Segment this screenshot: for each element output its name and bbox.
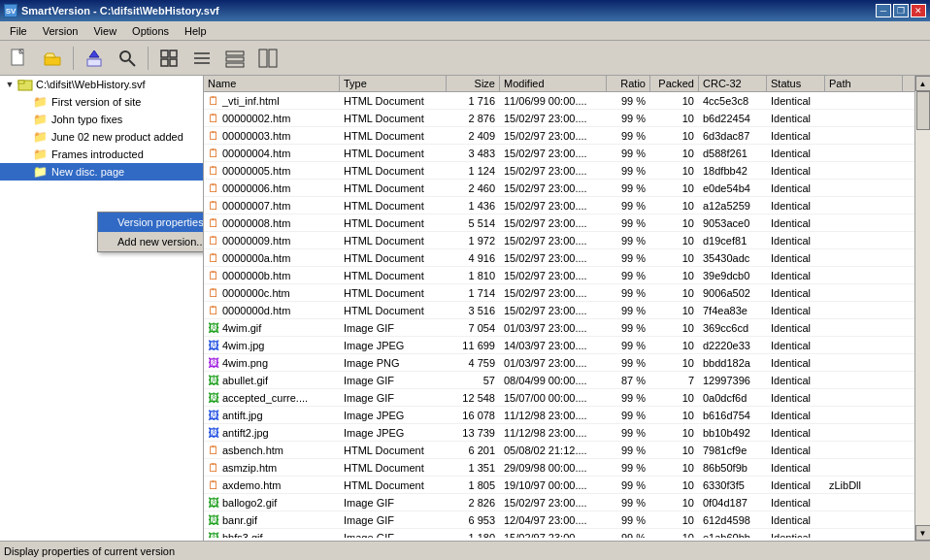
compare-button[interactable] [112, 44, 143, 73]
col-type[interactable]: Type [340, 76, 447, 91]
table-row[interactable]: 🗒 asmzip.htm HTML Document 1 351 29/09/9… [204, 459, 914, 477]
file-packed-20: 10 [650, 444, 699, 457]
table-row[interactable]: 🖼 abullet.gif Image GIF 57 08/04/99 00:0… [204, 372, 914, 389]
file-type-16: Image GIF [340, 374, 447, 387]
file-status-25: Identical [767, 531, 825, 539]
svg-rect-14 [226, 51, 244, 55]
panel-button[interactable] [252, 44, 283, 73]
file-icon-16: 🖼 [208, 374, 219, 387]
table-row[interactable]: 🖼 ballogo2.gif Image GIF 2 826 15/02/97 … [204, 494, 914, 511]
col-modified[interactable]: Modified [500, 76, 607, 91]
table-row[interactable]: 🗒 0000000b.htm HTML Document 1 810 15/02… [204, 267, 914, 284]
file-ratio-4: 99 % [607, 164, 650, 178]
table-row[interactable]: 🗒 asbench.htm HTML Document 6 201 05/08/… [204, 442, 914, 459]
file-packed-16: 7 [650, 374, 699, 387]
file-crc32-24: 612d4598 [699, 513, 767, 527]
table-row[interactable]: 🗒 0000000c.htm HTML Document 1 714 15/02… [204, 284, 914, 302]
file-crc32-11: 9006a502 [699, 286, 767, 300]
tree-item-3-label: June 02 new product added [51, 131, 183, 143]
menu-version[interactable]: Version [35, 23, 86, 39]
table-row[interactable]: 🖼 antift2.jpg Image JPEG 13 739 11/12/98… [204, 424, 914, 442]
tree-item-4[interactable]: 📁 Frames introducted [0, 146, 203, 163]
grid-view-button[interactable] [153, 44, 184, 73]
table-row[interactable]: 🗒 00000007.htm HTML Document 1 436 15/02… [204, 197, 914, 214]
file-size-23: 2 826 [447, 496, 500, 510]
col-status[interactable]: Status [767, 76, 825, 91]
tree-item-1[interactable]: 📁 First version of site [0, 93, 203, 111]
table-row[interactable]: 🗒 _vti_inf.html HTML Document 1 716 11/0… [204, 92, 914, 110]
toolbar-sep-1 [73, 47, 74, 70]
table-row[interactable]: 🖼 banr.gif Image GIF 6 953 12/04/97 23:0… [204, 511, 914, 529]
file-path-8 [825, 240, 903, 242]
file-type-20: HTML Document [340, 444, 447, 457]
table-row[interactable]: 🖼 4wim.png Image PNG 4 759 01/03/97 23:0… [204, 354, 914, 372]
table-row[interactable]: 🖼 bbfs3.gif Image GIF 1 180 15/02/97 23:… [204, 529, 914, 538]
root-expand-icon[interactable]: ▼ [2, 77, 17, 92]
col-size[interactable]: Size [447, 76, 500, 91]
context-menu-version-props[interactable]: Version properties... [98, 213, 204, 232]
table-row[interactable]: 🖼 4wim.jpg Image JPEG 11 699 14/03/97 23… [204, 337, 914, 354]
file-type-5: HTML Document [340, 181, 447, 195]
tree-item-2[interactable]: 📁 John typo fixes [0, 111, 203, 128]
table-row[interactable]: 🗒 00000005.htm HTML Document 1 124 15/02… [204, 162, 914, 180]
file-size-13: 7 054 [447, 321, 500, 335]
table-row[interactable]: 🗒 00000003.htm HTML Document 2 409 15/02… [204, 127, 914, 145]
minimize-button[interactable]: ─ [876, 4, 891, 17]
file-packed-10: 10 [650, 269, 699, 282]
table-row[interactable]: 🗒 axdemo.htm HTML Document 1 805 19/10/9… [204, 477, 914, 494]
open-button[interactable] [37, 44, 68, 73]
tree-root[interactable]: ▼ C:\difsit\WebHistory.svf [0, 76, 203, 93]
file-icon-0: 🗒 [208, 94, 219, 108]
menu-options[interactable]: Options [124, 23, 177, 39]
col-name[interactable]: Name [204, 76, 340, 91]
menu-view[interactable]: View [85, 23, 124, 39]
scroll-thumb[interactable] [916, 91, 930, 130]
table-row[interactable]: 🗒 00000004.htm HTML Document 3 483 15/02… [204, 145, 914, 162]
col-packed[interactable]: Packed [650, 76, 699, 91]
file-crc32-7: 9053ace0 [699, 216, 767, 230]
tree-item-1-label: First version of site [51, 96, 141, 108]
file-modified-5: 15/02/97 23:00.... [500, 181, 607, 195]
list-view-button[interactable] [186, 44, 217, 73]
table-row[interactable]: 🗒 0000000a.htm HTML Document 4 916 15/02… [204, 249, 914, 267]
status-text: Display properties of current version [4, 545, 175, 557]
close-button[interactable]: ✕ [911, 4, 926, 17]
file-icon-3: 🗒 [208, 147, 219, 160]
scroll-up-button[interactable]: ▲ [915, 76, 931, 91]
table-row[interactable]: 🗒 00000009.htm HTML Document 1 972 15/02… [204, 232, 914, 249]
menu-help[interactable]: Help [177, 23, 215, 39]
table-row[interactable]: 🖼 accepted_curre.... Image GIF 12 548 15… [204, 389, 914, 407]
item2-expand [17, 112, 33, 127]
file-crc32-20: 7981cf9e [699, 444, 767, 457]
table-row[interactable]: 🗒 0000000d.htm HTML Document 3 516 15/02… [204, 302, 914, 319]
vertical-scrollbar[interactable]: ▲ ▼ [914, 76, 930, 541]
scroll-down-button[interactable]: ▼ [915, 525, 931, 541]
col-path[interactable]: Path [825, 76, 903, 91]
file-ratio-8: 99 % [607, 234, 650, 247]
file-crc32-25: e1ab60bb [699, 531, 767, 539]
file-path-20 [825, 449, 903, 451]
col-ratio[interactable]: Ratio [607, 76, 650, 91]
table-row[interactable]: 🗒 00000008.htm HTML Document 5 514 15/02… [204, 214, 914, 232]
context-menu-add-version[interactable]: Add new version... [98, 232, 204, 251]
scroll-track[interactable] [915, 91, 931, 525]
extract-button[interactable] [79, 44, 110, 73]
file-icon-23: 🖼 [208, 496, 219, 510]
table-row[interactable]: 🖼 4wim.gif Image GIF 7 054 01/03/97 23:0… [204, 319, 914, 337]
new-button[interactable] [4, 44, 35, 73]
file-list-body[interactable]: 🗒 _vti_inf.html HTML Document 1 716 11/0… [204, 92, 914, 538]
col-crc32[interactable]: CRC-32 [699, 76, 767, 91]
tree-item-3[interactable]: 📁 June 02 new product added [0, 128, 203, 146]
file-path-25 [825, 537, 903, 539]
tree-item-5[interactable]: 📁 New disc. page [0, 163, 203, 181]
table-row[interactable]: 🖼 antift.jpg Image JPEG 16 078 11/12/98 … [204, 407, 914, 424]
file-name-10: 0000000b.htm [222, 270, 290, 281]
tree-root-label: C:\difsit\WebHistory.svf [36, 79, 146, 90]
table-row[interactable]: 🗒 00000002.htm HTML Document 2 876 15/02… [204, 110, 914, 127]
svg-rect-9 [161, 59, 168, 66]
restore-button[interactable]: ❐ [893, 4, 909, 17]
detail-view-button[interactable] [219, 44, 250, 73]
menu-file[interactable]: File [2, 23, 35, 39]
file-status-14: Identical [767, 339, 825, 352]
table-row[interactable]: 🗒 00000006.htm HTML Document 2 460 15/02… [204, 180, 914, 197]
